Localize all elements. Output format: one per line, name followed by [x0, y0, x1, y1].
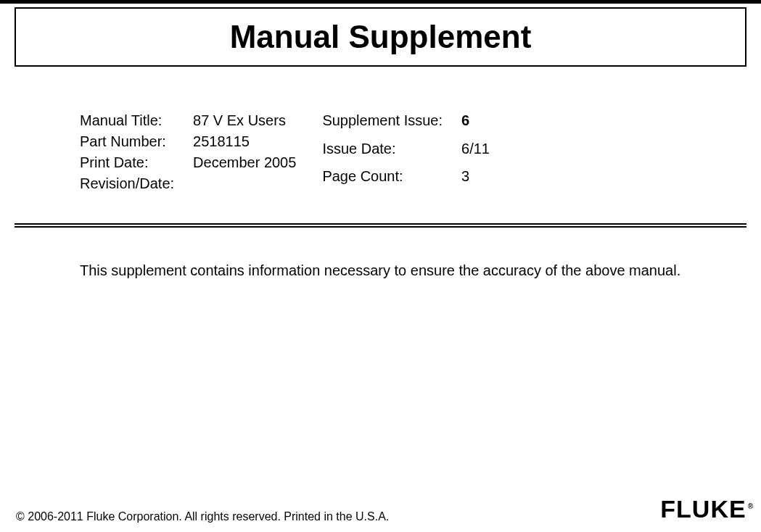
divider — [15, 223, 746, 228]
info-label: Manual Title: — [80, 110, 174, 131]
info-value — [193, 173, 296, 194]
title-box: Manual Supplement — [15, 7, 746, 67]
footer: © 2006-2011 Fluke Corporation. All right… — [16, 495, 754, 523]
info-col-left: Manual Title: 87 V Ex Users Part Number:… — [80, 110, 296, 194]
info-value: 2518115 — [193, 131, 296, 152]
info-label: Revision/Date: — [80, 173, 174, 194]
info-value: 6/11 — [461, 138, 490, 167]
page-title: Manual Supplement — [16, 19, 745, 55]
body-text: This supplement contains information nec… — [80, 260, 681, 280]
info-col-right: Supplement Issue: 6 Issue Date: 6/11 Pag… — [322, 110, 490, 194]
info-label: Supplement Issue: — [322, 110, 443, 138]
info-value: 87 V Ex Users — [193, 110, 296, 131]
logo-fluke: FLUKE ® — [660, 495, 754, 523]
top-edge — [0, 0, 761, 4]
info-label: Print Date: — [80, 152, 174, 173]
info-block: Manual Title: 87 V Ex Users Part Number:… — [80, 110, 681, 194]
info-label: Part Number: — [80, 131, 174, 152]
info-value: December 2005 — [193, 152, 296, 173]
info-label: Page Count: — [322, 166, 443, 194]
copyright-text: © 2006-2011 Fluke Corporation. All right… — [16, 510, 389, 523]
logo-text: FLUKE — [660, 495, 746, 523]
registered-icon: ® — [748, 502, 754, 510]
info-value: 6 — [461, 110, 490, 138]
info-label: Issue Date: — [322, 138, 443, 167]
info-value: 3 — [461, 166, 490, 194]
